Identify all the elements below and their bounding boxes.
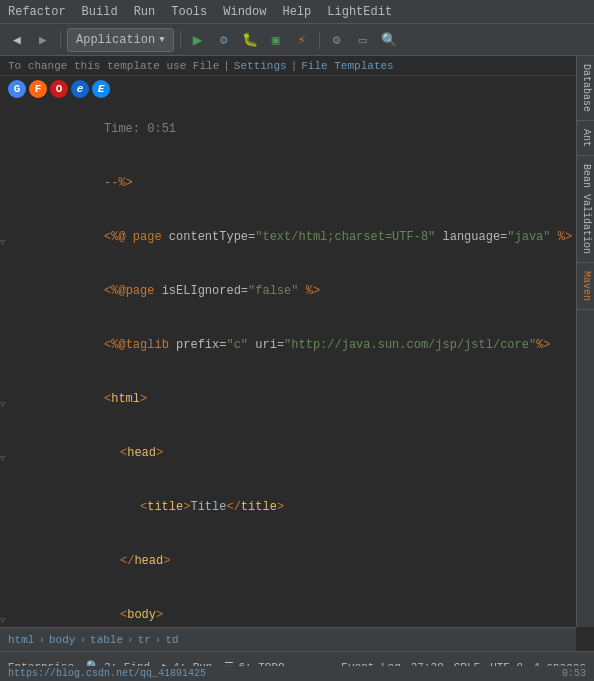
- right-sidebar: Database Ant Bean Validation Maven: [576, 56, 594, 627]
- code-text: >: [140, 392, 147, 406]
- info-sep2: |: [291, 60, 298, 72]
- line-3: ▽ <%@ page contentType="text/html;charse…: [0, 210, 576, 264]
- line-5: <%@taglib prefix="c" uri="http://java.su…: [0, 318, 576, 372]
- menu-run[interactable]: Run: [130, 3, 160, 21]
- chevron-down-icon: ▼: [159, 35, 164, 45]
- line-content-6: <html>: [28, 372, 147, 426]
- code-text: >: [156, 608, 163, 622]
- code-text: %>: [551, 230, 573, 244]
- fold-icon-6[interactable]: ▽: [0, 399, 5, 410]
- sidebar-maven[interactable]: Maven: [577, 263, 594, 310]
- code-text: <%@: [104, 338, 126, 352]
- code-text: >: [277, 500, 284, 514]
- layout-button[interactable]: ▭: [352, 29, 374, 51]
- code-text: title: [147, 500, 183, 514]
- toolbar: ◀ ▶ Application ▼ ▶ ⚙ 🐛 ▣ ⚡ ⚙ ▭ 🔍: [0, 24, 594, 56]
- code-text: page: [133, 230, 169, 244]
- line-content-8: <title>Title</title>: [28, 480, 284, 534]
- line-9: </head>: [0, 534, 576, 588]
- line-content-3: <%@ page contentType="text/html;charset=…: [28, 210, 572, 264]
- coverage-button[interactable]: ▣: [265, 29, 287, 51]
- code-text: "c": [226, 338, 248, 352]
- breadcrumb-table[interactable]: table: [90, 634, 123, 646]
- build-button[interactable]: ⚙: [213, 29, 235, 51]
- code-text: uri=: [248, 338, 284, 352]
- breadcrumb-sep-2: ›: [79, 634, 86, 646]
- code-text: page: [126, 284, 162, 298]
- code-text: </: [120, 554, 134, 568]
- info-bar: To change this template use File | Setti…: [0, 56, 576, 76]
- code-text: >: [163, 554, 170, 568]
- line-content-4: <%@page isELIgnored="false" %>: [28, 264, 320, 318]
- breadcrumb-body[interactable]: body: [49, 634, 75, 646]
- line-8: <title>Title</title>: [0, 480, 576, 534]
- code-text: <%@: [104, 284, 126, 298]
- code-text: taglib: [126, 338, 176, 352]
- settings-button[interactable]: ⚙: [326, 29, 348, 51]
- breadcrumb-html[interactable]: html: [8, 634, 34, 646]
- line-4: <%@page isELIgnored="false" %>: [0, 264, 576, 318]
- browser-icons-row: G F O e E: [0, 76, 576, 102]
- info-settings-link[interactable]: Settings: [234, 60, 287, 72]
- ie-icon[interactable]: e: [71, 80, 89, 98]
- code-lines: Time: 0:51 --%> ▽ <%@ page contentType="…: [0, 102, 576, 627]
- code-content[interactable]: Time: 0:51 --%> ▽ <%@ page contentType="…: [0, 102, 576, 627]
- line-content-10: <body>: [28, 588, 163, 627]
- line-1: Time: 0:51: [0, 102, 576, 156]
- line-content-2: --%>: [28, 156, 133, 210]
- code-text: "text/html;charset=UTF-8": [255, 230, 435, 244]
- code-text: head: [127, 446, 156, 460]
- back-button[interactable]: ◀: [6, 29, 28, 51]
- info-file-templates-link[interactable]: File Templates: [301, 60, 393, 72]
- fold-icon-10[interactable]: ▽: [0, 615, 5, 626]
- app-dropdown[interactable]: Application ▼: [67, 28, 174, 52]
- menu-refactor[interactable]: Refactor: [4, 3, 70, 21]
- opera-icon[interactable]: O: [50, 80, 68, 98]
- breadcrumb-td[interactable]: td: [165, 634, 178, 646]
- menu-help[interactable]: Help: [278, 3, 315, 21]
- forward-button[interactable]: ▶: [32, 29, 54, 51]
- code-text: "false": [248, 284, 298, 298]
- menu-build[interactable]: Build: [78, 3, 122, 21]
- menu-tools[interactable]: Tools: [167, 3, 211, 21]
- fold-icon[interactable]: ▽: [0, 237, 5, 248]
- code-text: >: [156, 446, 163, 460]
- search-button[interactable]: 🔍: [378, 29, 400, 51]
- code-text: prefix=: [176, 338, 226, 352]
- code-text: contentType=: [169, 230, 255, 244]
- sidebar-ant[interactable]: Ant: [577, 121, 594, 156]
- profile-button[interactable]: ⚡: [291, 29, 313, 51]
- code-text: %>: [298, 284, 320, 298]
- debug-button[interactable]: 🐛: [239, 29, 261, 51]
- line-7: ▽ <head>: [0, 426, 576, 480]
- edge-icon[interactable]: E: [92, 80, 110, 98]
- sep3: [319, 31, 320, 49]
- url-link[interactable]: https://blog.csdn.net/qq_41891425: [8, 668, 206, 679]
- code-text: --%>: [104, 176, 133, 190]
- sep2: [180, 31, 181, 49]
- breadcrumb-sep-4: ›: [155, 634, 162, 646]
- sidebar-database[interactable]: Database: [577, 56, 594, 121]
- menu-lightedit[interactable]: LightEdit: [323, 3, 396, 21]
- code-text: isELIgnored=: [162, 284, 248, 298]
- line-10: ▽ <body>: [0, 588, 576, 627]
- breadcrumb-tr[interactable]: tr: [138, 634, 151, 646]
- line-2: --%>: [0, 156, 576, 210]
- code-text: language=: [435, 230, 507, 244]
- code-text: </: [226, 500, 240, 514]
- menu-window[interactable]: Window: [219, 3, 270, 21]
- run-button[interactable]: ▶: [187, 29, 209, 51]
- line-content-1: Time: 0:51: [28, 102, 176, 156]
- time-display: 0:53: [562, 668, 586, 679]
- breadcrumb-sep-3: ›: [127, 634, 134, 646]
- breadcrumb: html › body › table › tr › td: [0, 627, 576, 651]
- firefox-icon[interactable]: F: [29, 80, 47, 98]
- code-text: title: [241, 500, 277, 514]
- app-dropdown-label: Application: [76, 33, 155, 47]
- breadcrumb-sep-1: ›: [38, 634, 45, 646]
- menu-bar: Refactor Build Run Tools Window Help Lig…: [0, 0, 594, 24]
- fold-icon-7[interactable]: ▽: [0, 453, 5, 464]
- code-text: <%@: [104, 230, 133, 244]
- sidebar-bean-validation[interactable]: Bean Validation: [577, 156, 594, 263]
- chrome-icon[interactable]: G: [8, 80, 26, 98]
